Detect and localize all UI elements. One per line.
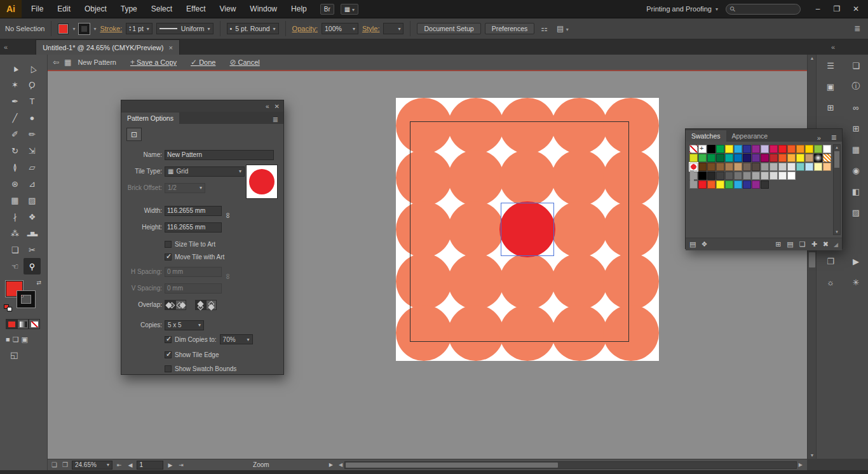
search-input[interactable] — [738, 6, 796, 13]
style-select[interactable] — [383, 23, 403, 34]
swatch[interactable] — [707, 163, 715, 171]
show-swatch-bounds-checkbox[interactable] — [165, 365, 172, 372]
fill-color-swatch[interactable] — [58, 24, 69, 34]
color-themes-icon[interactable]: ❖ — [701, 240, 707, 248]
overlap-top-front-button[interactable] — [195, 300, 206, 310]
info-panel-icon[interactable]: ⓘ — [846, 78, 865, 95]
status-left-icon-2[interactable]: ❐ — [61, 461, 69, 468]
scroll-down-icon[interactable]: ▼ — [834, 230, 840, 234]
blend-tool[interactable]: ❖ — [24, 208, 41, 225]
brush-definition-select[interactable]: • 5 pt. Round — [227, 23, 279, 34]
stroke-weight-select[interactable]: 1 pt — [126, 23, 153, 34]
swatch[interactable] — [770, 163, 778, 171]
swatch[interactable] — [707, 180, 715, 189]
actions-panel-icon[interactable]: ▶ — [846, 253, 865, 269]
swap-fill-stroke-icon[interactable]: ⇄ — [36, 280, 41, 286]
opacity-panel-link[interactable]: Opacity: — [292, 25, 318, 32]
save-a-copy-link[interactable]: + Save a Copy — [130, 58, 177, 67]
new-color-group-icon[interactable]: ❏ — [799, 240, 806, 248]
swatch[interactable] — [743, 172, 751, 180]
swatch[interactable] — [698, 172, 707, 180]
size-tile-to-art-checkbox[interactable] — [165, 241, 172, 248]
close-tab-icon[interactable]: × — [168, 44, 172, 51]
last-artboard-button[interactable]: ⇥ — [177, 462, 186, 468]
layers-panel-icon[interactable]: ❏ — [846, 57, 865, 74]
eyedropper-tool[interactable]: ∤ — [6, 208, 24, 225]
swatch[interactable] — [761, 163, 769, 171]
artboard-tool[interactable]: ❏ — [6, 241, 24, 258]
swatch[interactable] — [787, 163, 796, 171]
gradient-tool[interactable]: ▨ — [24, 192, 41, 208]
swatch[interactable] — [716, 145, 724, 153]
collapse-panel-icon[interactable]: » — [812, 134, 826, 142]
lasso-tool[interactable]: Ϙ — [22, 74, 43, 95]
panel-resize-grip[interactable]: ◢ — [834, 241, 838, 248]
dock-menu-icon[interactable]: ☰ — [821, 57, 840, 74]
dim-copies-select[interactable]: 70% — [220, 334, 253, 344]
swatch[interactable] — [716, 154, 724, 162]
first-artboard-button[interactable]: ⇤ — [115, 462, 124, 468]
free-transform-tool[interactable]: ▱ — [24, 159, 41, 175]
selection-rect[interactable] — [501, 203, 554, 256]
swatch-options-icon[interactable]: ▤ — [787, 240, 793, 248]
draw-behind-mode-icon[interactable]: ❏ — [13, 335, 19, 344]
minimize-button[interactable]: – — [808, 0, 827, 18]
menu-file[interactable]: File — [24, 0, 50, 18]
horizontal-scroll-thumb[interactable] — [346, 463, 558, 468]
magic-wand-tool[interactable]: ✶ — [6, 76, 24, 93]
scroll-up-icon[interactable]: ▲ — [834, 146, 840, 149]
swatch[interactable] — [716, 180, 724, 189]
swatches-scrollbar[interactable]: ▲ ▼ — [833, 144, 841, 235]
color-panel-icon[interactable]: ▣ — [821, 78, 840, 95]
swatch[interactable] — [698, 145, 707, 153]
swatch[interactable] — [716, 172, 724, 180]
swatch[interactable] — [734, 163, 742, 171]
gradient-button[interactable] — [17, 319, 29, 329]
line-segment-tool[interactable]: ╱ — [6, 109, 24, 126]
menu-object[interactable]: Object — [78, 0, 114, 18]
swatch[interactable] — [734, 180, 742, 189]
swatch[interactable] — [707, 145, 715, 153]
menu-effect[interactable]: Effect — [179, 0, 212, 18]
swatch-kinds-icon[interactable]: ⊞ — [775, 240, 781, 248]
swatch[interactable] — [770, 172, 778, 180]
mesh-tool[interactable]: ▦ — [6, 192, 24, 208]
swatch[interactable] — [743, 163, 751, 171]
swatch-libraries-icon[interactable]: ▤ — [689, 240, 696, 248]
scroll-left-icon[interactable]: ◀ — [337, 462, 344, 468]
scroll-up-icon[interactable]: ▲ — [808, 56, 817, 60]
stroke-color-swatch[interactable] — [79, 24, 90, 34]
color-button[interactable] — [6, 319, 17, 329]
swatch[interactable] — [805, 145, 813, 153]
panel-menu-icon[interactable]: ≣ — [268, 116, 283, 124]
opacity-select[interactable]: 100% — [322, 23, 358, 34]
column-graph-tool[interactable]: ▂▆▃ — [24, 225, 41, 241]
swatch[interactable] — [752, 172, 760, 180]
swatch[interactable] — [689, 180, 698, 189]
menu-select[interactable]: Select — [144, 0, 179, 18]
swatch[interactable] — [770, 145, 778, 153]
swatch[interactable] — [725, 163, 733, 171]
pen-tool[interactable]: ✒ — [6, 93, 24, 109]
tab-appearance[interactable]: Appearance — [726, 130, 774, 142]
status-display[interactable]: Zoom ▶ — [188, 461, 334, 470]
swatch[interactable] — [752, 163, 760, 171]
swatch[interactable] — [823, 145, 831, 153]
scroll-right-icon[interactable]: ▶ — [797, 462, 804, 468]
select-similar-objects-icon[interactable]: ⚏ — [538, 24, 550, 33]
draw-inside-mode-icon[interactable]: ▣ — [22, 335, 28, 344]
swatch[interactable] — [743, 180, 751, 189]
close-panel-icon[interactable]: ✕ — [275, 103, 280, 110]
swatch[interactable] — [743, 145, 751, 153]
chevron-down-icon[interactable]: ▾ — [93, 26, 96, 32]
status-left-icon-1[interactable]: ❏ — [50, 461, 58, 468]
done-link[interactable]: ✓ Done — [191, 58, 215, 67]
previous-artboard-button[interactable]: ◀ — [126, 462, 134, 468]
ellipse-tool[interactable]: ● — [24, 109, 41, 126]
tile-type-select[interactable]: ▦ Grid — [165, 166, 245, 177]
gradient-panel-icon[interactable]: ◧ — [846, 183, 865, 200]
style-panel-link[interactable]: Style: — [362, 25, 380, 32]
zoom-level-select[interactable]: 24.65% — [72, 461, 112, 470]
swatch[interactable] — [707, 172, 715, 180]
swatch[interactable] — [689, 154, 698, 162]
